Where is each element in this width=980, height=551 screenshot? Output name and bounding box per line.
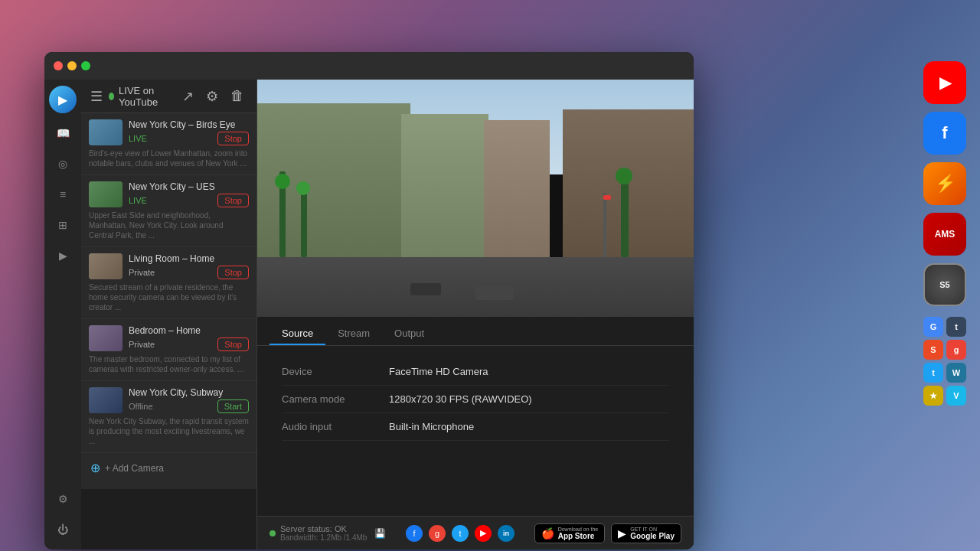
camera-name-4: New York City, Subway <box>129 387 249 398</box>
camera-stop-button-3[interactable]: Stop <box>217 337 249 351</box>
device-label: Device <box>282 366 389 377</box>
tab-bar: Source Stream Output <box>257 317 694 346</box>
camera-status-row-0: LIVE Stop <box>129 132 249 145</box>
camera-name-3: Bedroom – Home <box>129 325 249 336</box>
minimize-button[interactable] <box>67 61 77 70</box>
camera-thumb-1 <box>89 181 122 207</box>
s5-desktop-icon[interactable]: S5 <box>923 263 966 306</box>
camera-desc-1: Upper East Side and neighborhood, Manhat… <box>89 210 249 240</box>
camera-mode-label: Camera mode <box>282 393 389 405</box>
street-scene <box>257 80 694 317</box>
camera-thumb-0 <box>89 119 122 145</box>
facebook-desktop-icon[interactable]: f <box>923 112 966 155</box>
lightning-desktop-icon[interactable]: ⚡ <box>923 162 966 205</box>
audio-input-value: Built-in Microphone <box>389 421 474 432</box>
camera-status-4: Offline <box>129 402 153 411</box>
camera-item-nyc-ues[interactable]: New York City – UES LIVE Stop Upper East… <box>81 175 256 247</box>
camera-name-0: New York City – Birds Eye <box>129 119 249 130</box>
tab-source[interactable]: Source <box>270 323 325 345</box>
sidebar-logo[interactable]: ▶ <box>49 86 77 113</box>
camera-status-row-2: Private Stop <box>129 266 249 279</box>
footer-twitter-icon[interactable]: t <box>452 525 469 542</box>
camera-status-row-4: Offline Start <box>129 399 249 413</box>
camera-panel: ☰ LIVE on YouTube ↗ ⚙ 🗑 <box>81 80 257 549</box>
camera-status-row-3: Private Stop <box>129 337 249 351</box>
google-plus-small-icon[interactable]: g <box>946 340 966 360</box>
camera-thumb-4 <box>89 387 122 413</box>
info-panel: Source Stream Output Device FaceTime HD … <box>257 317 694 516</box>
sidebar-item-book[interactable]: 📖 <box>49 119 77 147</box>
camera-list: New York City – Birds Eye LIVE Stop Bird… <box>81 113 257 489</box>
sidebar-item-power[interactable]: ⏻ <box>49 516 77 543</box>
camera-start-button-4[interactable]: Start <box>217 399 249 413</box>
desktop-icons: ▶ f ⚡ AMS S5 G t S g t W ★ V <box>923 61 966 406</box>
stumble-small-icon[interactable]: S <box>923 340 943 360</box>
live-dot <box>109 93 114 100</box>
camera-item-subway[interactable]: New York City, Subway Offline Start New … <box>81 381 256 453</box>
footer-facebook-icon[interactable]: f <box>406 525 423 542</box>
camera-item-bedroom[interactable]: Bedroom – Home Private Stop The master b… <box>81 319 256 381</box>
tab-output[interactable]: Output <box>382 323 436 345</box>
wordpress-small-icon[interactable]: W <box>946 363 966 383</box>
sidebar-item-video[interactable]: ▶ <box>49 242 77 269</box>
status-dot <box>270 530 276 536</box>
app-store-text: Download on the App Store <box>558 527 599 540</box>
google-play-text: GET IT ON Google Play <box>630 527 675 540</box>
vimeo-small-icon[interactable]: V <box>946 386 966 406</box>
server-ok-text: Server status: OK <box>280 524 367 533</box>
sidebar-item-settings[interactable]: ⚙ <box>49 485 77 513</box>
camera-stop-button-2[interactable]: Stop <box>217 266 249 279</box>
sidebar-item-grid[interactable]: ⊞ <box>49 211 77 239</box>
menu-icon[interactable]: ☰ <box>90 88 103 105</box>
header-bar: ☰ LIVE on YouTube ↗ ⚙ 🗑 <box>81 80 256 113</box>
camera-desc-3: The master bedroom, connected to my list… <box>89 354 249 374</box>
camera-thumb-3 <box>89 325 122 351</box>
footer: Server status: OK Bandwidth: 1.2Mb /1.4M… <box>257 516 694 549</box>
footer-linkedin-icon[interactable]: in <box>498 525 514 542</box>
sidebar-item-list[interactable]: ≡ <box>49 181 77 208</box>
bandwidth-text: Bandwidth: 1.2Mb /1.4Mb <box>280 533 367 542</box>
footer-youtube-icon[interactable]: ▶ <box>475 525 492 542</box>
app-store-sub: Download on the <box>558 527 599 532</box>
add-camera-label: + Add Camera <box>105 463 164 474</box>
settings-icon[interactable]: ⚙ <box>203 85 221 108</box>
main-window: ▶ 📖 ◎ ≡ ⊞ ▶ ⚙ ⏻ <box>44 52 694 549</box>
camera-stop-button-1[interactable]: Stop <box>217 194 249 207</box>
tumblr-small-icon[interactable]: t <box>946 317 966 337</box>
camera-thumb-2 <box>89 253 122 279</box>
footer-google-icon[interactable]: g <box>429 525 446 542</box>
video-preview <box>257 80 694 317</box>
server-status-text: Server status: OK Bandwidth: 1.2Mb /1.4M… <box>280 524 367 542</box>
camera-stop-button-0[interactable]: Stop <box>217 132 249 145</box>
camera-name-1: New York City – UES <box>129 181 249 192</box>
close-button[interactable] <box>54 61 63 70</box>
camera-desc-2: Secured stream of a private residence, t… <box>89 282 249 312</box>
camera-info-3: Bedroom – Home Private Stop <box>129 325 249 351</box>
share-icon[interactable]: ↗ <box>179 85 197 108</box>
camera-status-1: LIVE <box>129 196 147 205</box>
add-camera-button[interactable]: ⊕ + Add Camera <box>81 453 256 483</box>
camera-mode-value: 980x551 30 FPS (RAWVIDEO) <box>389 393 532 405</box>
tab-stream[interactable]: Stream <box>325 323 382 345</box>
traffic-lights <box>54 61 90 70</box>
camera-info-2: Living Room – Home Private Stop <box>129 253 249 279</box>
buildings-layer <box>257 103 694 317</box>
google-play-badge[interactable]: ▶ GET IT ON Google Play <box>611 523 681 543</box>
camera-item-nyc-birds-eye[interactable]: New York City – Birds Eye LIVE Stop Bird… <box>81 113 256 175</box>
youtube-desktop-icon[interactable]: ▶ <box>923 61 966 104</box>
sidebar-item-location[interactable]: ◎ <box>49 150 77 178</box>
disk-icon: 💾 <box>374 528 386 539</box>
google-small-icon[interactable]: G <box>923 317 943 337</box>
maximize-button[interactable] <box>81 61 90 70</box>
detail-row-camera-mode: Camera mode 980x551 30 FPS (RAWVIDEO) <box>282 386 669 413</box>
ams-desktop-icon[interactable]: AMS <box>923 213 966 256</box>
delete-icon[interactable]: 🗑 <box>227 85 247 108</box>
app-store-badge[interactable]: 🍎 Download on the App Store <box>534 523 606 543</box>
content-area: ▶ 📖 ◎ ≡ ⊞ ▶ ⚙ ⏻ <box>44 80 694 549</box>
twitter-small-icon[interactable]: t <box>923 363 943 383</box>
detail-row-audio-input: Audio input Built-in Microphone <box>282 413 669 441</box>
apple-icon: 🍎 <box>541 527 554 540</box>
camera-item-living-room[interactable]: Living Room – Home Private Stop Secured … <box>81 247 256 319</box>
detail-row-device: Device FaceTime HD Camera <box>282 358 669 386</box>
location-small-icon[interactable]: ★ <box>923 386 943 406</box>
